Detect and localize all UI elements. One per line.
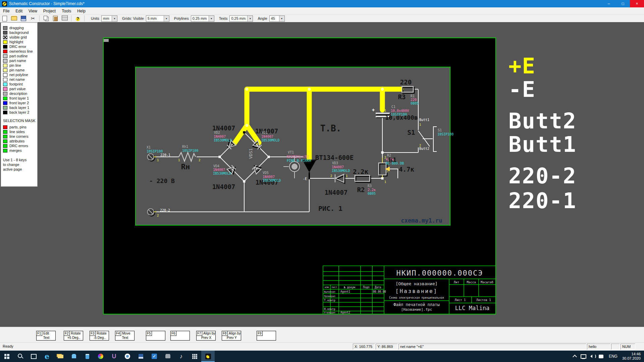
copy-icon[interactable]: [42, 15, 50, 22]
fkey-f1[interactable]: F1EditText: [36, 331, 56, 341]
mask-item-parts-pins[interactable]: parts, pins: [3, 125, 37, 129]
fkey-f4[interactable]: F4MoveText: [115, 331, 135, 341]
schematic-text[interactable]: VDS1: [248, 148, 253, 159]
music-app-icon[interactable]: ♪: [174, 351, 188, 362]
color-swatch[interactable]: [3, 144, 7, 148]
menu-view[interactable]: View: [25, 7, 40, 15]
u-app-icon[interactable]: U: [107, 351, 121, 362]
legend-item-part-outline[interactable]: part outline: [3, 54, 37, 58]
paint-icon[interactable]: [94, 351, 107, 362]
chevron-up-icon[interactable]: [571, 351, 579, 362]
schematic-text[interactable]: 1N4007: [213, 168, 225, 172]
legend-item-pin-line[interactable]: pin line: [3, 63, 37, 68]
schematic-text[interactable]: РИС. 1: [318, 204, 342, 213]
schematic-text[interactable]: VD1: [262, 131, 268, 134]
schematic-text[interactable]: 220: [411, 98, 417, 102]
grids-select[interactable]: 5 mm ▼: [146, 15, 169, 22]
fkey-f2[interactable]: F2Rotate+5 Deg..: [64, 331, 83, 341]
chevron-down-icon[interactable]: ▼: [112, 16, 117, 21]
legend-item-drc-error[interactable]: DRC error: [3, 44, 37, 49]
schematic-text[interactable]: PINE В-Р16КН: [287, 159, 311, 163]
schematic-text[interactable]: IB530MOLD: [213, 172, 231, 175]
volume-icon[interactable]: [588, 351, 597, 362]
schematic-text[interactable]: 10SIP100: [437, 132, 453, 136]
color-swatch[interactable]: [3, 82, 7, 86]
schematic-text[interactable]: R2: [387, 154, 391, 157]
edge-icon[interactable]: e: [40, 351, 54, 362]
language-indicator[interactable]: ENG: [609, 354, 618, 359]
color-swatch[interactable]: [3, 125, 7, 129]
color-swatch[interactable]: [3, 130, 7, 134]
chevron-down-icon[interactable]: ▼: [209, 16, 214, 21]
color-swatch[interactable]: [3, 54, 7, 58]
net-label-butt1[interactable]: Butt1: [508, 133, 577, 156]
schematic-text[interactable]: -E: [303, 177, 307, 181]
color-swatch[interactable]: [3, 26, 7, 30]
schematic-text[interactable]: S1: [438, 128, 442, 132]
color-swatch[interactable]: [3, 139, 7, 143]
schematic-text[interactable]: R3: [398, 93, 406, 101]
schematic-text[interactable]: S1: [408, 129, 415, 136]
page-drag-handle[interactable]: [104, 39, 109, 42]
fkey-f8[interactable]: F8Align byPrev Y: [222, 331, 241, 341]
fkey-f5[interactable]: F5: [146, 331, 165, 341]
color-swatch[interactable]: [3, 149, 7, 153]
net-label-butt2[interactable]: Butt2: [508, 109, 577, 133]
color-swatch[interactable]: [3, 111, 7, 114]
color-swatch[interactable]: [3, 97, 7, 100]
legend-item-highlight[interactable]: highlight: [3, 40, 37, 44]
texts-select[interactable]: 0.25 mm ▼: [229, 15, 253, 22]
schematic-text[interactable]: VT1: [288, 150, 294, 154]
schematic-text[interactable]: IB530MOLD: [214, 138, 232, 142]
fkey-f7[interactable]: F7Align byPrev X: [196, 331, 216, 341]
menu-tools[interactable]: Tools: [59, 7, 74, 15]
schematic-text[interactable]: 1N4007: [214, 135, 226, 138]
chevron-down-icon[interactable]: ▼: [279, 16, 284, 21]
fkey-f6[interactable]: F6: [170, 331, 190, 341]
save-app-icon[interactable]: [134, 351, 148, 362]
color-swatch[interactable]: [3, 87, 7, 91]
legend-item-front-layer-2[interactable]: front layer 2: [3, 101, 37, 105]
print-icon[interactable]: [61, 15, 69, 22]
tasks-app-icon[interactable]: ✓: [148, 351, 161, 362]
legend-item-visible-grid[interactable]: visible grid: [3, 35, 37, 40]
mask-item-merges[interactable]: merges: [3, 148, 37, 153]
color-swatch[interactable]: [3, 50, 7, 53]
schematic-text[interactable]: VD5: [263, 171, 269, 175]
color-swatch[interactable]: [3, 40, 7, 44]
legend-item-back-layer-2[interactable]: back layer 2: [3, 110, 37, 115]
legend-item-net-polyline[interactable]: net polyline: [3, 72, 37, 77]
schematic-text[interactable]: 10SIP100: [147, 149, 163, 153]
schematic-text[interactable]: Butt1: [419, 118, 429, 122]
schematic-text[interactable]: IB530MOLD: [263, 179, 281, 182]
schematic-text[interactable]: Rн: [181, 163, 190, 171]
schematic-text[interactable]: 1N4007: [261, 135, 273, 138]
schematic-text[interactable]: 0805: [411, 102, 419, 105]
file-explorer-icon[interactable]: [54, 351, 67, 362]
schematic-text[interactable]: cxema.my1.ru: [401, 217, 442, 224]
legend-item-front-layer-1[interactable]: front layer 1: [3, 96, 37, 101]
color-swatch[interactable]: [3, 36, 7, 39]
schematic-text[interactable]: 4,7к: [386, 158, 394, 161]
schematic-text[interactable]: R1: [411, 94, 415, 98]
schematic-text[interactable]: BT134-600E: [315, 154, 354, 161]
cut-icon[interactable]: ✂: [29, 15, 37, 22]
fkey-f9[interactable]: F9: [257, 331, 276, 341]
schematic-text[interactable]: 10SIP100: [182, 149, 198, 153]
legend-item-part-name[interactable]: part name: [3, 58, 37, 63]
schematic-text[interactable]: 10,0x400V: [391, 109, 409, 113]
schematic-text[interactable]: КУ202Н[тс9]: [287, 155, 309, 159]
legend-item-part-value[interactable]: part value: [3, 86, 37, 91]
search-icon[interactable]: [13, 351, 27, 362]
schematic-text[interactable]: VD3: [332, 161, 338, 165]
color-swatch[interactable]: [3, 59, 7, 63]
color-swatch[interactable]: [3, 73, 7, 77]
legend-item-net-name[interactable]: net name: [3, 77, 37, 82]
sheets-app-icon[interactable]: [188, 351, 201, 362]
open-icon[interactable]: [10, 15, 18, 22]
chat-icon[interactable]: [597, 351, 605, 362]
schematic-text[interactable]: 4.7к: [399, 166, 414, 173]
schematic-text[interactable]: 10SIP100: [391, 113, 407, 116]
schematic-text[interactable]: C1: [391, 105, 395, 109]
schematic-text[interactable]: - 220 В: [149, 177, 175, 184]
